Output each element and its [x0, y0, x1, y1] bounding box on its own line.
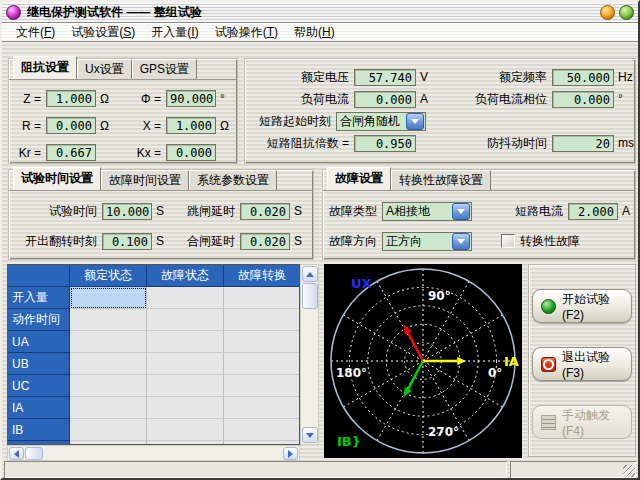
tab-impedance-1[interactable]: Ux设置 [77, 59, 132, 79]
scroll-right-button[interactable] [283, 447, 298, 460]
table-cell-6-2[interactable] [224, 419, 300, 441]
impedance-input-0-1[interactable]: 90.000 [166, 90, 216, 107]
table-cell-1-0[interactable] [70, 309, 147, 331]
table-vertical-scrollbar[interactable] [300, 264, 319, 445]
table-cell-1-1[interactable] [147, 309, 224, 331]
fault-checkbox[interactable] [501, 234, 515, 248]
source-label-2-0: 短路起始时刻 [245, 113, 331, 130]
menu-item-T[interactable]: 试验操作(T) [207, 23, 286, 42]
action-button-label: 开始试验(F2) [562, 291, 631, 322]
vertical-scroll-thumb[interactable] [302, 283, 318, 309]
dropdown-button[interactable] [452, 233, 470, 250]
impedance-field-0-0: Z =1.000Ω [9, 90, 127, 107]
source-field-1-1: 负荷电流相位0.000° [461, 91, 623, 108]
chevron-down-icon [457, 209, 465, 214]
table-cell-6-1[interactable] [147, 419, 224, 441]
timing-fields: 试验时间10.000S跳闸延时0.020S开出翻转时刻0.100S合闸延时0.0… [9, 191, 313, 256]
impedance-input-2-1[interactable]: 0.000 [166, 144, 216, 161]
source-label-1-0: 负荷电流 [245, 91, 349, 108]
action-button-0[interactable]: 开始试验(F2) [532, 289, 632, 323]
horizontal-scroll-thumb[interactable] [25, 447, 43, 460]
fault-unit-0-1: A [622, 204, 630, 218]
minimize-button[interactable] [600, 5, 615, 20]
table-cell-2-1[interactable] [147, 331, 224, 353]
table-cell-0-2[interactable] [224, 287, 300, 309]
menu-bar: 文件(F)试验设置(S)开入量(I)试验操作(T)帮助(H) [2, 23, 638, 42]
phase-label-1: IA [504, 354, 519, 369]
menu-item-S[interactable]: 试验设置(S) [63, 23, 143, 42]
source-input-0-0[interactable]: 57.740 [354, 69, 416, 86]
tab-fault-1[interactable]: 转换性故障设置 [391, 170, 491, 190]
table-cell-4-0[interactable] [70, 375, 147, 397]
fault-field-1-1: 转换性故障 [501, 233, 580, 250]
timing-input-0-1[interactable]: 0.020 [240, 203, 290, 220]
scroll-up-button[interactable] [302, 266, 318, 282]
fault-input-0-1[interactable]: 2.000 [568, 203, 618, 220]
impedance-field-2-1: Kx =0.000 [127, 144, 216, 161]
table-cell-5-2[interactable] [224, 397, 300, 419]
menu-item-H[interactable]: 帮助(H) [286, 23, 343, 42]
row-header-4: UC [8, 375, 70, 397]
source-input-0-1[interactable]: 50.000 [552, 69, 614, 86]
impedance-input-2-0[interactable]: 0.667 [46, 144, 96, 161]
action-button-1[interactable]: 退出试验(F3) [532, 347, 632, 381]
fault-dropdown-1[interactable]: 正方向 [382, 232, 472, 251]
table-cell-0-0[interactable] [70, 287, 147, 309]
fault-field-1-0: 故障方向正方向 [323, 232, 501, 251]
source-input-1-1[interactable]: 0.000 [552, 91, 614, 108]
menu-item-F[interactable]: 文件(F) [8, 23, 63, 42]
source-settings-panel: 额定电压57.740V额定频率50.000Hz负荷电流0.000A负荷电流相位0… [244, 58, 636, 164]
table-cell-5-1[interactable] [147, 397, 224, 419]
timing-input-1-0[interactable]: 0.100 [102, 233, 152, 250]
timing-input-0-0[interactable]: 10.000 [102, 203, 152, 220]
fault-dropdown-0[interactable]: A相接地 [382, 202, 472, 221]
table-cell-5-0[interactable] [70, 397, 147, 419]
tab-timing-1[interactable]: 故障时间设置 [101, 170, 189, 190]
close-button[interactable] [619, 5, 634, 20]
resize-grip[interactable] [623, 465, 635, 477]
tab-fault-0[interactable]: 故障设置 [327, 167, 391, 190]
impedance-input-0-0[interactable]: 1.000 [46, 90, 96, 107]
scroll-left-button[interactable] [9, 447, 24, 460]
source-dropdown-2[interactable]: 合闸角随机 [336, 112, 426, 131]
table-horizontal-scrollbar[interactable] [7, 445, 300, 461]
impedance-settings-panel: 阻抗设置Ux设置GPS设置 Z =1.000ΩΦ =90.000°R =0.00… [8, 58, 238, 164]
dropdown-button[interactable] [452, 203, 470, 220]
impedance-label-1-0: R = [9, 119, 41, 133]
fault-dropdown-value: 正方向 [383, 233, 451, 250]
table-cell-1-2[interactable] [224, 309, 300, 331]
source-input-3-0[interactable]: 0.950 [354, 135, 416, 152]
tab-timing-0[interactable]: 试验时间设置 [13, 167, 101, 190]
table-cell-4-2[interactable] [224, 375, 300, 397]
impedance-input-1-1[interactable]: 1.000 [166, 117, 216, 134]
impedance-unit-0-1: ° [220, 92, 225, 106]
source-input-3-1[interactable]: 20 [552, 135, 614, 152]
table-cell-3-2[interactable] [224, 353, 300, 375]
timing-label-0-1: 跳闸延时 [177, 203, 235, 220]
timing-input-1-1[interactable]: 0.020 [240, 233, 290, 250]
table-row: 开入量 [8, 287, 299, 309]
source-input-1-0[interactable]: 0.000 [354, 91, 416, 108]
table-cell-4-1[interactable] [147, 375, 224, 397]
status-bar [2, 461, 638, 478]
table-header-row: 额定状态故障状态故障转换 [8, 265, 299, 287]
table-cell-0-1[interactable] [147, 287, 224, 309]
phasor-chart-svg: 90°180°0°270°UXIAIB} [324, 264, 522, 458]
table-cell-2-0[interactable] [70, 331, 147, 353]
table-cell-3-1[interactable] [147, 353, 224, 375]
source-field-2-0: 短路起始时刻合闸角随机 [245, 112, 461, 131]
tab-impedance-0[interactable]: 阻抗设置 [13, 56, 77, 79]
tab-impedance-2[interactable]: GPS设置 [132, 59, 197, 79]
menu-item-I[interactable]: 开入量(I) [143, 23, 206, 42]
dropdown-button[interactable] [406, 113, 424, 130]
table-cell-6-0[interactable] [70, 419, 147, 441]
scroll-down-button[interactable] [302, 427, 318, 443]
table-cell-3-0[interactable] [70, 353, 147, 375]
table-cell-2-2[interactable] [224, 331, 300, 353]
source-unit-1-0: A [420, 92, 428, 106]
phase-label-2: IB} [337, 434, 361, 449]
source-field-3-0: 短路阻抗倍数 =0.950 [245, 135, 461, 152]
tab-timing-2[interactable]: 系统参数设置 [189, 170, 277, 190]
exit-icon [541, 357, 556, 372]
impedance-input-1-0[interactable]: 0.000 [46, 117, 96, 134]
